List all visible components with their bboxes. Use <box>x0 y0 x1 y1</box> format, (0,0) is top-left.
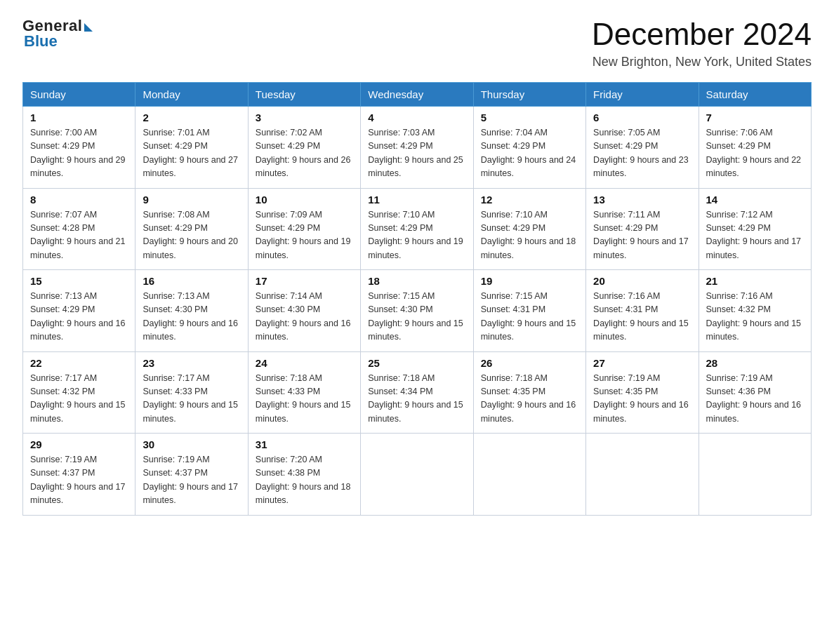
day-number: 29 <box>30 438 128 450</box>
day-info: Sunrise: 7:10 AMSunset: 4:29 PMDaylight:… <box>481 210 576 260</box>
day-number: 25 <box>368 357 465 369</box>
day-number: 18 <box>368 275 465 287</box>
table-row: 18 Sunrise: 7:15 AMSunset: 4:30 PMDaylig… <box>361 270 473 352</box>
calendar-table: Sunday Monday Tuesday Wednesday Thursday… <box>22 82 812 516</box>
day-number: 2 <box>143 112 240 123</box>
table-row: 27 Sunrise: 7:19 AMSunset: 4:35 PMDaylig… <box>586 351 699 434</box>
day-info: Sunrise: 7:08 AMSunset: 4:29 PMDaylight:… <box>143 210 238 260</box>
day-number: 13 <box>593 194 691 206</box>
calendar-header-row: Sunday Monday Tuesday Wednesday Thursday… <box>23 83 812 107</box>
day-number: 6 <box>593 112 691 123</box>
day-number: 26 <box>481 357 578 369</box>
day-info: Sunrise: 7:07 AMSunset: 4:28 PMDaylight:… <box>30 210 126 260</box>
day-info: Sunrise: 7:16 AMSunset: 4:31 PMDaylight:… <box>593 291 689 342</box>
day-info: Sunrise: 7:13 AMSunset: 4:29 PMDaylight:… <box>30 291 126 342</box>
day-info: Sunrise: 7:03 AMSunset: 4:29 PMDaylight:… <box>368 128 463 178</box>
table-row: 30 Sunrise: 7:19 AMSunset: 4:37 PMDaylig… <box>135 434 248 516</box>
logo-arrow-icon <box>84 23 93 32</box>
logo: General Blue <box>22 17 93 51</box>
table-row: 2 Sunrise: 7:01 AMSunset: 4:29 PMDayligh… <box>135 107 248 189</box>
calendar-week-row: 29 Sunrise: 7:19 AMSunset: 4:37 PMDaylig… <box>23 434 812 516</box>
day-number: 30 <box>143 438 240 450</box>
day-info: Sunrise: 7:00 AMSunset: 4:29 PMDaylight:… <box>30 128 126 178</box>
calendar-week-row: 15 Sunrise: 7:13 AMSunset: 4:29 PMDaylig… <box>23 270 812 352</box>
day-number: 17 <box>256 275 353 287</box>
day-info: Sunrise: 7:19 AMSunset: 4:37 PMDaylight:… <box>143 455 238 505</box>
table-row: 20 Sunrise: 7:16 AMSunset: 4:31 PMDaylig… <box>586 270 699 352</box>
day-number: 23 <box>143 357 240 369</box>
day-info: Sunrise: 7:17 AMSunset: 4:33 PMDaylight:… <box>143 373 238 424</box>
day-number: 5 <box>481 112 578 123</box>
table-row: 17 Sunrise: 7:14 AMSunset: 4:30 PMDaylig… <box>248 270 360 352</box>
table-row: 4 Sunrise: 7:03 AMSunset: 4:29 PMDayligh… <box>361 107 473 189</box>
day-info: Sunrise: 7:17 AMSunset: 4:32 PMDaylight:… <box>30 373 126 424</box>
day-number: 10 <box>256 194 353 206</box>
day-number: 21 <box>706 275 804 287</box>
day-info: Sunrise: 7:09 AMSunset: 4:29 PMDaylight:… <box>256 210 351 260</box>
day-number: 9 <box>143 194 240 206</box>
table-row: 22 Sunrise: 7:17 AMSunset: 4:32 PMDaylig… <box>23 351 135 434</box>
table-row: 25 Sunrise: 7:18 AMSunset: 4:34 PMDaylig… <box>361 351 473 434</box>
col-tuesday: Tuesday <box>248 83 360 107</box>
day-number: 24 <box>256 357 353 369</box>
day-number: 19 <box>481 275 578 287</box>
table-row: 16 Sunrise: 7:13 AMSunset: 4:30 PMDaylig… <box>135 270 248 352</box>
table-row: 26 Sunrise: 7:18 AMSunset: 4:35 PMDaylig… <box>473 351 585 434</box>
month-year-title: December 2024 <box>592 17 812 52</box>
table-row: 14 Sunrise: 7:12 AMSunset: 4:29 PMDaylig… <box>699 188 811 270</box>
table-row: 24 Sunrise: 7:18 AMSunset: 4:33 PMDaylig… <box>248 351 360 434</box>
col-sunday: Sunday <box>23 83 135 107</box>
calendar-week-row: 8 Sunrise: 7:07 AMSunset: 4:28 PMDayligh… <box>23 188 812 270</box>
day-info: Sunrise: 7:12 AMSunset: 4:29 PMDaylight:… <box>706 210 802 260</box>
table-row: 1 Sunrise: 7:00 AMSunset: 4:29 PMDayligh… <box>23 107 135 189</box>
day-info: Sunrise: 7:06 AMSunset: 4:29 PMDaylight:… <box>706 128 802 178</box>
table-row: 5 Sunrise: 7:04 AMSunset: 4:29 PMDayligh… <box>473 107 585 189</box>
table-row <box>699 434 811 516</box>
col-wednesday: Wednesday <box>361 83 473 107</box>
table-row: 3 Sunrise: 7:02 AMSunset: 4:29 PMDayligh… <box>248 107 360 189</box>
table-row: 31 Sunrise: 7:20 AMSunset: 4:38 PMDaylig… <box>248 434 360 516</box>
day-info: Sunrise: 7:04 AMSunset: 4:29 PMDaylight:… <box>481 128 576 178</box>
table-row: 19 Sunrise: 7:15 AMSunset: 4:31 PMDaylig… <box>473 270 585 352</box>
day-info: Sunrise: 7:02 AMSunset: 4:29 PMDaylight:… <box>256 128 351 178</box>
table-row: 12 Sunrise: 7:10 AMSunset: 4:29 PMDaylig… <box>473 188 585 270</box>
day-info: Sunrise: 7:15 AMSunset: 4:31 PMDaylight:… <box>481 291 576 342</box>
day-number: 1 <box>30 112 128 123</box>
day-number: 16 <box>143 275 240 287</box>
day-info: Sunrise: 7:19 AMSunset: 4:35 PMDaylight:… <box>593 373 689 424</box>
table-row: 23 Sunrise: 7:17 AMSunset: 4:33 PMDaylig… <box>135 351 248 434</box>
col-thursday: Thursday <box>473 83 585 107</box>
col-friday: Friday <box>586 83 699 107</box>
table-row: 13 Sunrise: 7:11 AMSunset: 4:29 PMDaylig… <box>586 188 699 270</box>
day-number: 15 <box>30 275 128 287</box>
table-row <box>586 434 699 516</box>
day-number: 12 <box>481 194 578 206</box>
day-number: 7 <box>706 112 804 123</box>
location-subtitle: New Brighton, New York, United States <box>592 55 812 69</box>
table-row: 8 Sunrise: 7:07 AMSunset: 4:28 PMDayligh… <box>23 188 135 270</box>
day-info: Sunrise: 7:13 AMSunset: 4:30 PMDaylight:… <box>143 291 238 342</box>
day-number: 11 <box>368 194 465 206</box>
table-row: 9 Sunrise: 7:08 AMSunset: 4:29 PMDayligh… <box>135 188 248 270</box>
table-row: 15 Sunrise: 7:13 AMSunset: 4:29 PMDaylig… <box>23 270 135 352</box>
day-number: 20 <box>593 275 691 287</box>
table-row <box>473 434 585 516</box>
day-info: Sunrise: 7:20 AMSunset: 4:38 PMDaylight:… <box>256 455 351 505</box>
day-number: 31 <box>256 438 353 450</box>
day-number: 27 <box>593 357 691 369</box>
day-number: 14 <box>706 194 804 206</box>
table-row: 11 Sunrise: 7:10 AMSunset: 4:29 PMDaylig… <box>361 188 473 270</box>
table-row: 6 Sunrise: 7:05 AMSunset: 4:29 PMDayligh… <box>586 107 699 189</box>
day-info: Sunrise: 7:19 AMSunset: 4:36 PMDaylight:… <box>706 373 802 424</box>
day-info: Sunrise: 7:14 AMSunset: 4:30 PMDaylight:… <box>256 291 351 342</box>
day-number: 28 <box>706 357 804 369</box>
table-row <box>361 434 473 516</box>
day-info: Sunrise: 7:16 AMSunset: 4:32 PMDaylight:… <box>706 291 802 342</box>
calendar-week-row: 1 Sunrise: 7:00 AMSunset: 4:29 PMDayligh… <box>23 107 812 189</box>
logo-blue-text: Blue <box>24 32 58 51</box>
day-info: Sunrise: 7:11 AMSunset: 4:29 PMDaylight:… <box>593 210 689 260</box>
day-info: Sunrise: 7:18 AMSunset: 4:33 PMDaylight:… <box>256 373 351 424</box>
table-row: 29 Sunrise: 7:19 AMSunset: 4:37 PMDaylig… <box>23 434 135 516</box>
day-info: Sunrise: 7:15 AMSunset: 4:30 PMDaylight:… <box>368 291 463 342</box>
page-header: General Blue December 2024 New Brighton,… <box>22 17 812 69</box>
